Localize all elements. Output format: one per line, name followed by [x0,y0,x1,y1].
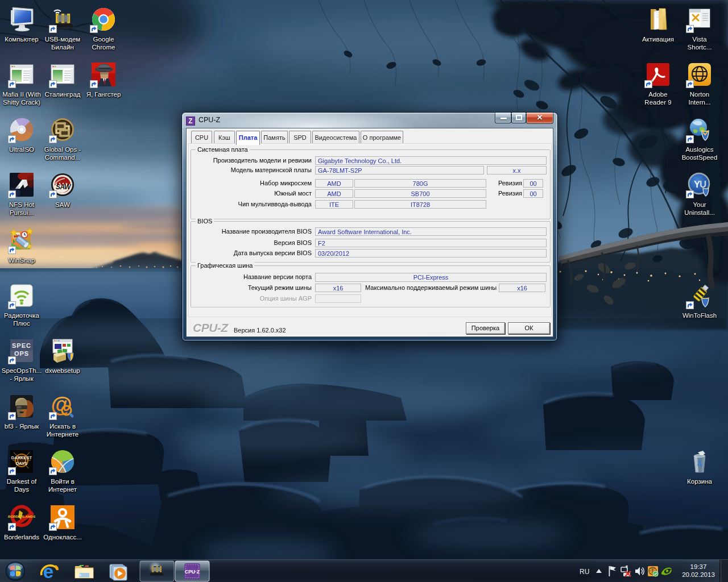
svg-text:OPS: OPS [14,350,29,357]
svg-text:SPEC: SPEC [12,342,31,349]
svg-text:DAYS: DAYS [16,461,27,466]
svg-text:BORDERLANDS: BORDERLANDS [8,514,35,518]
svg-text:RU: RU [580,568,589,576]
svg-text:e: e [43,561,53,582]
svg-text:SAW: SAW [56,183,72,191]
svg-text:DARKEST: DARKEST [11,455,32,460]
svg-text:19:37: 19:37 [690,563,707,570]
svg-text:CPU·Z: CPU·Z [185,569,200,575]
svg-text:20.02.2013: 20.02.2013 [682,571,715,578]
